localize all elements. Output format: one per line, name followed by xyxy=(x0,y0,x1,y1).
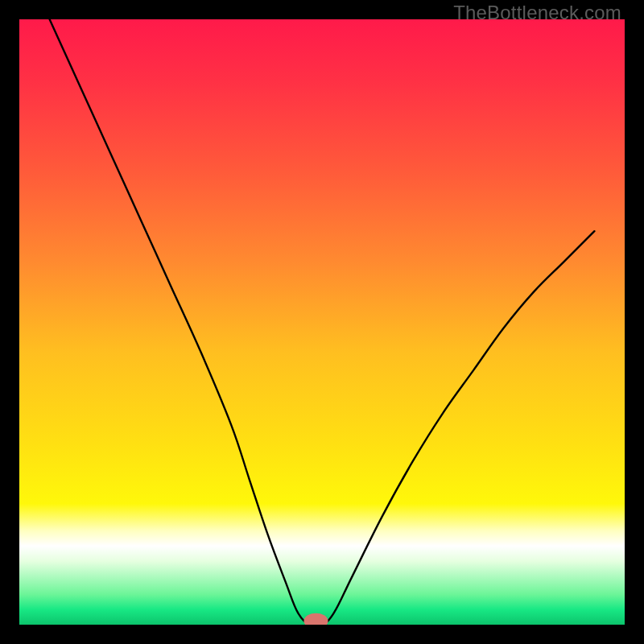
gradient-background xyxy=(19,19,625,625)
plot-svg xyxy=(19,19,625,625)
outer-frame: TheBottleneck.com xyxy=(0,0,644,644)
plot-area xyxy=(19,19,625,625)
